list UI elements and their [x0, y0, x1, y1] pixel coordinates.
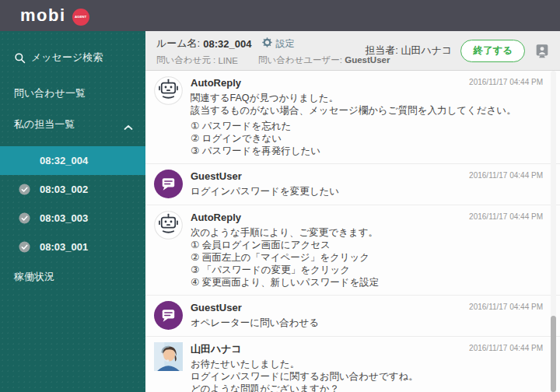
message-paragraph: ① パスワードを忘れた② ログインできない③ パスワードを再発行したい: [191, 120, 549, 157]
inquiry-user-label: 問い合わせユーザー:: [258, 55, 342, 65]
message-author: 山田ハナコ: [191, 343, 242, 355]
message-line: ① 会員ログイン画面にアクセス: [191, 239, 549, 251]
message-timestamp: 2016/11/17 04:44 PM: [469, 302, 543, 312]
message-body: お待たせいたしました。ログインパスワードに関するお問い合わせですね。どのような問…: [191, 358, 549, 392]
inquiry-source-value: LINE: [218, 56, 238, 65]
inquiry-source-label: 問い合わせ元 :: [156, 54, 215, 66]
message-line: ログインパスワードに関するお問い合わせですね。: [191, 370, 549, 383]
message-author: AutoReply: [191, 77, 241, 89]
room-label: 08:03_001: [40, 241, 88, 253]
room-name-value: 08:32_004: [203, 38, 251, 50]
active-dot-icon: [19, 155, 20, 166]
message-line: ③ 「パスワードの変更」をクリック: [191, 264, 549, 276]
sidebar-item-label: メッセージ検索: [31, 51, 103, 64]
chat-message: GuestUser 2016/11/17 04:44 PM オペレーターに問い合…: [145, 296, 560, 337]
message-line: 該当するものがない場合、メッセージ欄からご質問を入力してください。: [191, 104, 549, 117]
chat-bubble-icon: [154, 170, 183, 198]
chat-message: GuestUser 2016/11/17 04:44 PM ログインパスワードを…: [145, 164, 560, 205]
message-author: GuestUser: [191, 302, 242, 313]
message-paragraph: オペレーターに問い合わせる: [191, 317, 549, 329]
search-icon: [14, 52, 26, 64]
message-body: 関連するFAQが見つかりました。該当するものがない場合、メッセージ欄からご質問を…: [191, 92, 549, 157]
chevron-up-icon: [124, 121, 133, 134]
message-timestamp: 2016/11/17 04:44 PM: [469, 77, 543, 87]
gear-icon: [262, 37, 275, 50]
robot-icon: [154, 211, 183, 240]
end-session-button[interactable]: 終了する: [460, 40, 525, 62]
settings-label: 設定: [275, 37, 294, 51]
app-window: mobi AGENT メッセージ検索 問い合わせ一覧 私の担当一覧 08:32_: [0, 0, 560, 392]
room-name-label: ルーム名:: [156, 37, 200, 51]
message-line: 次のような手順により、ご変更できます。: [191, 226, 549, 239]
check-circle-icon: [19, 184, 30, 195]
messages: AutoReply 2016/11/17 04:44 PM 関連するFAQが見つ…: [145, 71, 560, 392]
message-author: AutoReply: [191, 212, 241, 223]
message-line: 関連するFAQが見つかりました。: [191, 92, 549, 104]
room-label: 08:03_003: [40, 212, 88, 224]
agent-name: 山田ハナコ: [401, 44, 452, 56]
agent-badge-icon: AGENT: [72, 9, 89, 26]
room-label: 08:03_002: [40, 184, 88, 195]
message-line: ② 画面左上の「マイページ」をクリック: [191, 251, 549, 264]
message-body: オペレーターに問い合わせる: [191, 317, 549, 329]
room-label: 08:32_004: [40, 155, 88, 166]
message-timestamp: 2016/11/17 04:44 PM: [469, 212, 543, 222]
agent-card-icon[interactable]: [534, 42, 551, 60]
message-line: お待たせいたしました。: [191, 358, 549, 370]
message-paragraph: お待たせいたしました。ログインパスワードに関するお問い合わせですね。どのような問…: [191, 358, 549, 392]
sidebar-item-my-list[interactable]: 私の担当一覧: [0, 118, 145, 131]
sidebar-item-message-search[interactable]: メッセージ検索: [0, 51, 145, 64]
sidebar-item-label: 稼働状況: [14, 271, 54, 283]
message-line: どのような問題がございますか？: [191, 383, 549, 392]
message-line: オペレーターに問い合わせる: [191, 317, 549, 329]
sidebar: メッセージ検索 問い合わせ一覧 私の担当一覧 08:32_004 08:0: [0, 31, 145, 392]
chat-message: AutoReply 2016/11/17 04:44 PM 次のような手順により…: [145, 205, 560, 296]
agent-photo-avatar: [154, 342, 183, 371]
message-timestamp: 2016/11/17 04:44 PM: [469, 343, 543, 353]
chat-scrollbar-thumb[interactable]: [551, 316, 556, 392]
room-list: 08:32_004 08:03_002 08:03_003 08:03_001: [0, 146, 145, 261]
top-bar: mobi AGENT: [0, 0, 560, 31]
sidebar-room-08:32_004[interactable]: 08:32_004: [0, 146, 145, 175]
chat-message: AutoReply 2016/11/17 04:44 PM 関連するFAQが見つ…: [145, 71, 560, 164]
message-line: ① パスワードを忘れた: [191, 120, 549, 132]
message-line: ログインパスワードを変更したい: [191, 185, 549, 198]
settings-button[interactable]: 設定: [262, 37, 294, 51]
message-line: ② ログインできない: [191, 132, 549, 145]
mobi-logo: mobi: [20, 7, 66, 24]
robot-icon: [154, 76, 183, 105]
room-header: ルーム名: 08:32_004: [145, 31, 560, 71]
message-avatar: [154, 170, 183, 198]
sidebar-item-label: 問い合わせ一覧: [14, 87, 86, 100]
message-paragraph: 次のような手順により、ご変更できます。① 会員ログイン画面にアクセス② 画面左上…: [191, 226, 549, 289]
message-avatar: [154, 342, 183, 371]
sidebar-item-inquiry-list[interactable]: 問い合わせ一覧: [0, 87, 145, 100]
message-body: 次のような手順により、ご変更できます。① 会員ログイン画面にアクセス② 画面左上…: [191, 226, 549, 289]
chat-message-list: AutoReply 2016/11/17 04:44 PM 関連するFAQが見つ…: [145, 71, 560, 392]
message-line: ④ 変更画面より、新しいパスワードを設定: [191, 276, 549, 289]
message-avatar: [154, 76, 183, 105]
message-timestamp: 2016/11/17 04:44 PM: [469, 170, 543, 180]
message-line: ③ パスワードを再発行したい: [191, 145, 549, 157]
chat-bubble-icon: [154, 301, 183, 330]
check-circle-icon: [19, 241, 30, 253]
sidebar-item-status[interactable]: 稼働状況: [0, 271, 145, 283]
message-paragraph: 関連するFAQが見つかりました。該当するものがない場合、メッセージ欄からご質問を…: [191, 92, 549, 117]
message-author: GuestUser: [191, 170, 242, 182]
sidebar-item-label: 私の担当一覧: [14, 118, 75, 131]
sidebar-room-08:03_002[interactable]: 08:03_002: [0, 175, 145, 204]
agent-label: 担当者:: [365, 44, 398, 56]
message-body: ログインパスワードを変更したい: [191, 185, 549, 198]
message-avatar: [154, 301, 183, 330]
message-paragraph: ログインパスワードを変更したい: [191, 185, 549, 198]
chat-message: 山田ハナコ 2016/11/17 04:44 PM お待たせいたしました。ログイ…: [145, 337, 560, 392]
check-circle-icon: [19, 212, 30, 224]
message-avatar: [154, 211, 183, 240]
sidebar-room-08:03_003[interactable]: 08:03_003: [0, 204, 145, 233]
sidebar-room-08:03_001[interactable]: 08:03_001: [0, 233, 145, 261]
